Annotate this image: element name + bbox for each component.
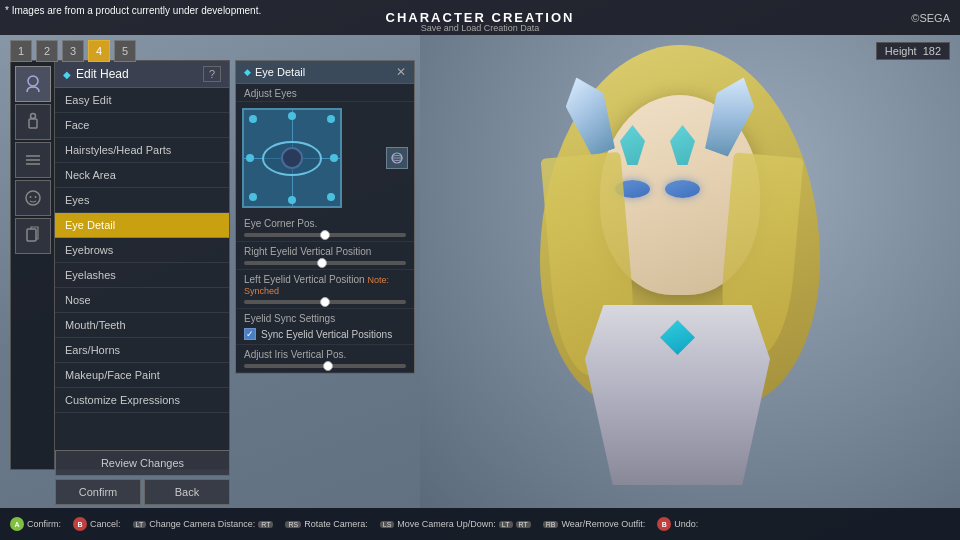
undo-btn-icon: B [657,517,671,531]
confirm-control: A Confirm: [10,517,61,531]
left-eyelid-track[interactable] [244,300,406,304]
iris-vertical-section: Adjust Iris Vertical Pos. [236,345,414,373]
sidebar-icon-face[interactable] [15,180,51,216]
character-viewport [420,35,960,508]
menu-eyes[interactable]: Eyes [55,188,229,213]
left-eyelid-thumb[interactable] [320,297,330,307]
eye-detail-title-text: Eye Detail [255,66,305,78]
height-value: 182 [923,45,941,57]
confirm-button[interactable]: Confirm [55,479,141,505]
svg-point-8 [34,196,36,198]
sega-logo: ©SEGA [911,12,950,24]
eye-detail-panel: ◆ Eye Detail ✕ Adjust Eyes [235,60,415,374]
icon-sidebar [10,60,55,470]
menu-panel: ◆ Edit Head ? Easy Edit Face Hairstyles/… [55,60,230,470]
top-bar-subtitle: Save and Load Creation Data [421,23,540,33]
left-eyelid-section: Left Eyelid Vertical Position Note: Sync… [236,270,414,309]
eye-preview-box [242,108,342,208]
menu-face[interactable]: Face [55,113,229,138]
adjust-eyes-label: Adjust Eyes [236,84,414,102]
tab-4[interactable]: 4 [88,40,110,62]
top-bar: * Images are from a product currently un… [0,0,960,35]
corner-dot-tl [249,115,257,123]
corner-dot-b [288,196,296,204]
ls-btn-icon: LS [380,521,395,528]
corner-dot-r [330,154,338,162]
confirm-back-row: Confirm Back [55,479,230,505]
tab-bar: 1 2 3 4 5 [0,35,146,67]
height-label: Height [885,45,917,57]
wear-btn-icon: RB [543,521,559,528]
iris-vertical-thumb[interactable] [323,361,333,371]
corner-dot-bl [249,193,257,201]
review-changes-button[interactable]: Review Changes [55,450,230,476]
wear-outfit-label: Wear/Remove Outfit: [561,519,645,529]
tab-2[interactable]: 2 [36,40,58,62]
tab-3[interactable]: 3 [62,40,84,62]
back-button[interactable]: Back [144,479,230,505]
left-panel-title-text: Edit Head [76,67,129,81]
eye-preview-area [236,102,414,214]
right-eyelid-thumb[interactable] [317,258,327,268]
menu-hairstyles[interactable]: Hairstyles/Head Parts [55,138,229,163]
eyelid-sync-section: Eyelid Sync Settings ✓ Sync Eyelid Verti… [236,309,414,345]
undo-label: Undo: [674,519,698,529]
menu-expressions[interactable]: Customize Expressions [55,388,229,413]
camera-dist-control: LT Change Camera Distance: RT [133,519,274,529]
right-eyelid-section: Right Eyelid Vertical Position [236,242,414,270]
eye-corner-pos-track[interactable] [244,233,406,237]
svg-rect-1 [29,119,37,128]
eye-corner-pos-section: Eye Corner Pos. [236,214,414,242]
pupil-circle [281,147,303,169]
corner-dot-br [327,193,335,201]
sync-checkbox-check: ✓ [246,329,254,339]
right-eyelid-label: Right Eyelid Vertical Position [244,246,406,257]
menu-eyelashes[interactable]: Eyelashes [55,263,229,288]
svg-rect-9 [27,229,36,241]
menu-eye-detail[interactable]: Eye Detail [55,213,229,238]
left-eyelid-label: Left Eyelid Vertical Position Note: Sync… [244,274,406,296]
iris-vertical-track[interactable] [244,364,406,368]
svg-point-7 [29,196,31,198]
menu-eyebrows[interactable]: Eyebrows [55,238,229,263]
corner-dot-tr [327,115,335,123]
help-button[interactable]: ? [203,66,221,82]
move-camera-control: LS Move Camera Up/Down: LT RT [380,519,531,529]
height-indicator: Height 182 [876,42,950,60]
menu-ears-horns[interactable]: Ears/Horns [55,338,229,363]
menu-easy-edit[interactable]: Easy Edit [55,88,229,113]
eye-detail-header: ◆ Eye Detail ✕ [236,61,414,84]
rotate-camera-control: RS Rotate Camera: [285,519,367,529]
menu-makeup[interactable]: Makeup/Face Paint [55,363,229,388]
corner-dot-l [246,154,254,162]
eye-detail-title-row: ◆ Eye Detail [244,66,305,78]
menu-mouth-teeth[interactable]: Mouth/Teeth [55,313,229,338]
sidebar-icon-data[interactable] [15,218,51,254]
eye-detail-close-button[interactable]: ✕ [396,65,406,79]
lt2-btn-icon: LT [499,521,513,528]
camera-dist-label: Change Camera Distance: [149,519,255,529]
cancel-control: B Cancel: [73,517,121,531]
menu-nose[interactable]: Nose [55,288,229,313]
bottom-bar: A Confirm: B Cancel: LT Change Camera Di… [0,508,960,540]
right-eyelid-track[interactable] [244,261,406,265]
btn-a-icon: A [10,517,24,531]
eye-corner-pos-thumb[interactable] [320,230,330,240]
sidebar-icon-head[interactable] [15,66,51,102]
tab-5[interactable]: 5 [114,40,136,62]
svg-point-6 [26,191,40,205]
svg-point-2 [30,114,35,119]
sync-checkbox[interactable]: ✓ [244,328,256,340]
eyelid-sync-label: Eyelid Sync Settings [244,313,406,324]
sidebar-icon-body[interactable] [15,104,51,140]
menu-neck-area[interactable]: Neck Area [55,163,229,188]
sync-checkbox-row: ✓ Sync Eyelid Vertical Positions [244,328,406,340]
iris-vertical-label: Adjust Iris Vertical Pos. [244,349,406,360]
tab-1[interactable]: 1 [10,40,32,62]
rotate-btn-icon: RS [285,521,301,528]
btn-b-icon: B [73,517,87,531]
sidebar-icon-parts[interactable] [15,142,51,178]
preview-3d-icon[interactable] [386,147,408,169]
rotate-camera-label: Rotate Camera: [304,519,368,529]
lt-btn-icon: LT [133,521,147,528]
